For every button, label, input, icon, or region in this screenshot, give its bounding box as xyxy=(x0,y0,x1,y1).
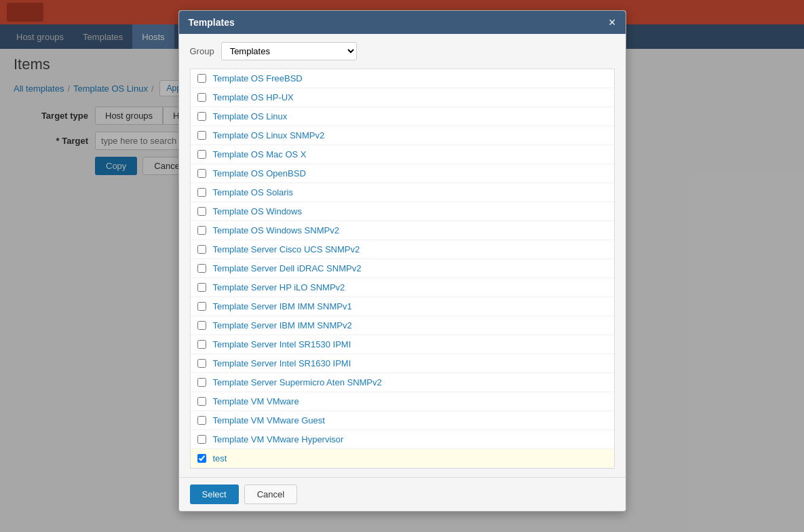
modal-item-checkbox[interactable] xyxy=(197,74,206,83)
modal-list-item[interactable]: Template OS FreeBSD xyxy=(191,69,614,88)
modal-group-row: Group TemplatesAll xyxy=(190,42,615,60)
modal-item-checkbox[interactable] xyxy=(197,150,206,159)
modal-group-select[interactable]: TemplatesAll xyxy=(221,42,357,60)
modal-item-link[interactable]: Template OS FreeBSD xyxy=(213,73,303,83)
modal-item-link[interactable]: Template OS Linux SNMPv2 xyxy=(213,130,325,140)
modal-item-checkbox[interactable] xyxy=(197,169,206,178)
modal-item-link[interactable]: Template OS HP-UX xyxy=(213,92,294,102)
modal-header: Templates × xyxy=(179,11,626,34)
modal-list-item[interactable]: Template OS Linux SNMPv2 xyxy=(191,126,614,145)
modal-list-item[interactable]: Template OS HP-UX xyxy=(191,88,614,107)
modal-item-checkbox[interactable] xyxy=(197,112,206,121)
modal-list-item[interactable]: Template OS OpenBSD xyxy=(191,164,614,182)
modal-item-checkbox[interactable] xyxy=(197,93,206,102)
modal-title: Templates xyxy=(189,17,235,28)
modal-item-checkbox[interactable] xyxy=(197,131,206,140)
modal-item-link[interactable]: Template OS Mac OS X xyxy=(213,149,307,159)
modal-item-link[interactable]: Template OS OpenBSD xyxy=(213,168,306,178)
modal-list-item[interactable]: Template OS Mac OS X xyxy=(191,145,614,164)
modal-list-item[interactable]: Template OS Linux xyxy=(191,107,614,126)
modal-close-button[interactable]: × xyxy=(609,16,616,28)
modal-overlay: Templates × Group TemplatesAll Template … xyxy=(0,0,804,182)
modal-item-link[interactable]: Template OS Linux xyxy=(213,111,288,121)
modal-list: Template OS FreeBSDTemplate OS HP-UXTemp… xyxy=(190,69,615,182)
modal-body: Group TemplatesAll Template OS FreeBSDTe… xyxy=(179,34,626,182)
modal-group-label: Group xyxy=(190,46,214,56)
templates-modal: Templates × Group TemplatesAll Template … xyxy=(178,10,626,182)
